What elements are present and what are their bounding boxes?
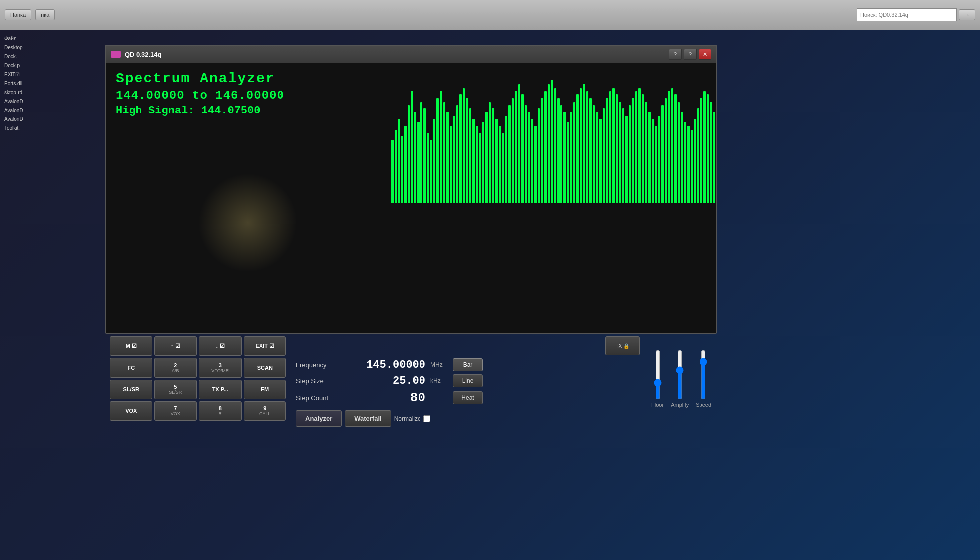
sidebar-item-8[interactable]: AvalonD [2,107,57,114]
spectrum-bar [648,112,651,203]
sidebar-item-10[interactable]: Toolkit. [2,124,57,132]
exit-button[interactable]: EXIT ☑ [244,336,286,356]
tx-button[interactable]: TX 🔒 [605,336,640,355]
normalize-checkbox[interactable] [423,415,430,422]
spectrum-bar [472,119,475,203]
sidebar-item-1[interactable]: Desktop [2,44,57,51]
window-title: QD 0.32.14q [125,51,669,58]
sidebar-item-7[interactable]: AvalonD [2,98,57,105]
spectrum-graph-panel [390,63,716,333]
help-button-2[interactable]: ? [684,49,697,60]
spectrum-bar [554,88,557,203]
btn8-r[interactable]: 8 R [199,401,242,421]
btn9-call[interactable]: 9 CALL [244,401,286,421]
spectrum-bar [391,140,394,203]
spectrum-bar [505,116,508,203]
scan-button[interactable]: SCAN [244,358,286,377]
taskbar-item-nka[interactable]: нка [35,9,55,20]
window-controls: ? ? ✕ [669,49,711,60]
spectrum-bar [548,84,550,203]
analyzer-button[interactable]: Analyzer [296,410,342,427]
taskbar-item-papka[interactable]: Папка [5,9,31,20]
help-button-1[interactable]: ? [669,49,682,60]
frequency-value: 145.00000 [346,359,425,371]
spectrum-bar [599,119,602,203]
spectrum-bar [603,108,605,203]
spectrum-bar [401,136,404,203]
step-count-label: Step Count [296,394,341,402]
spectrum-bar [612,88,615,203]
floor-label: Floor [651,402,664,408]
spectrum-bar [625,116,628,203]
spectrum-bar [476,126,478,203]
spectrum-bar [671,88,674,203]
speed-slider[interactable] [699,350,708,400]
spectrum-bar [518,84,521,203]
sidebar-item-2[interactable]: Dock. [2,53,57,60]
sidebar-item-6[interactable]: sktop-rd [2,89,57,96]
spectrum-bar [655,126,657,203]
spectrum-bar [573,102,576,203]
sidebar-item-3[interactable]: Dock.p [2,62,57,69]
vox-button[interactable]: VOX [110,401,152,421]
left-info-panel: Spectrum Analyzer 144.00000 to 146.00000… [106,63,390,333]
spectrum-bar [606,98,608,203]
spectrum-bar [423,108,426,203]
heat-button[interactable]: Heat [453,391,483,404]
step-size-row: Step Size 25.00 kHz Line [296,374,640,387]
high-signal-value: 144.07500 [201,105,261,117]
spectrum-bar [570,112,572,203]
spectrum-bar [609,91,612,203]
floor-slider[interactable] [653,350,663,400]
spectrum-bar [492,108,494,203]
m-button[interactable]: M ☑ [110,336,152,356]
spectrum-area: Spectrum Analyzer 144.00000 to 146.00000… [106,63,716,333]
up-button[interactable]: ↑ ☑ [154,336,197,356]
spectrum-bar [502,133,504,203]
btn5-slsr[interactable]: 5 SL/SR [154,380,197,399]
step-count-value: 80 [346,390,425,405]
close-button[interactable]: ✕ [699,49,711,60]
spectrum-bar [652,119,654,203]
amplify-slider[interactable] [675,350,685,400]
spectrum-bar [433,119,436,203]
search-button[interactable]: → [959,9,975,20]
spectrum-bar [635,91,638,203]
spectrum-bar [616,94,618,203]
spectrum-bar [645,102,647,203]
spectrum-bar [687,126,690,203]
bar-mode-button[interactable]: Bar [453,358,483,371]
fm-button[interactable]: FM [244,380,286,399]
sidebar-item-9[interactable]: AvalonD [2,115,57,123]
spectrum-title: Spectrum Analyzer [116,71,380,86]
fc-button[interactable]: FC [110,358,152,377]
speed-slider-group: Speed [696,350,711,408]
spectrum-bar [593,105,595,203]
spectrum-bar [515,91,517,203]
spectrum-bar [482,122,485,203]
spectrum-bar [469,108,472,203]
spectrum-bar [678,102,680,203]
spectrum-bar [541,98,543,203]
slsr-button[interactable]: SL/SR [110,380,152,399]
down-button[interactable]: ↓ ☑ [199,336,242,356]
line-mode-button[interactable]: Line [453,374,483,387]
btn7-vox[interactable]: 7 VOX [154,401,197,421]
sidebar-item-5[interactable]: Ports.dll [2,80,57,87]
app-icon [111,51,121,58]
btn2-ab[interactable]: 2 A/B [154,358,197,377]
spectrum-bar [430,140,432,203]
btn3-vfomr[interactable]: 3 VFO/MR [199,358,242,377]
spectrum-bar [710,102,712,203]
waterfall-button[interactable]: Waterfall [345,410,391,427]
sidebar: Файл Desktop Dock. Dock.p EXIT☑ Ports.dl… [0,32,60,134]
search-input[interactable] [857,8,957,21]
sidebar-item-4[interactable]: EXIT☑ [2,71,57,78]
spectrum-bar [534,126,537,203]
txp-button[interactable]: TX P... [199,380,242,399]
right-controls: TX 🔒 Frequency 145.00000 MHz Bar Step Si… [290,333,646,425]
sidebar-item-0[interactable]: Файл [2,35,57,42]
spectrum-bar [466,98,468,203]
spectrum-bar [531,119,534,203]
spectrum-bar [596,112,598,203]
